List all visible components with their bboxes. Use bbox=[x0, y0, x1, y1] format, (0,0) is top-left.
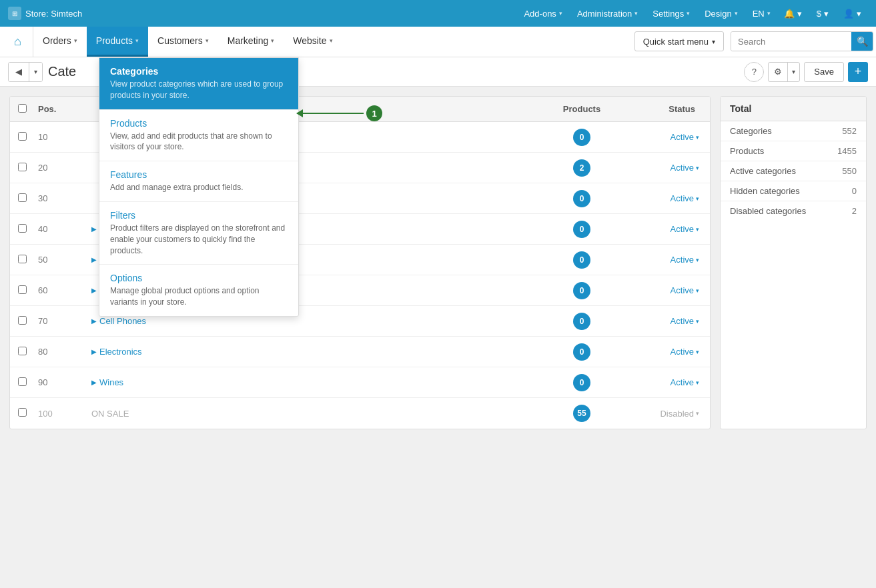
user-caret-icon: ▾ bbox=[857, 9, 861, 19]
sidebar-label: Products bbox=[730, 146, 764, 156]
row-name: ▶ Cell Phones bbox=[91, 316, 542, 326]
add-button[interactable]: + bbox=[848, 62, 868, 82]
row-status: Active ▾ bbox=[622, 193, 702, 203]
row-checkbox[interactable] bbox=[18, 255, 27, 263]
products-badge: 0 bbox=[573, 282, 590, 299]
save-button[interactable]: Save bbox=[804, 62, 844, 82]
row-products: 0 bbox=[542, 313, 622, 330]
home-nav-btn[interactable]: ⌂ bbox=[3, 27, 33, 57]
dollar-icon: $ bbox=[817, 9, 821, 19]
row-name: ON SALE bbox=[91, 409, 542, 419]
row-checkbox[interactable] bbox=[18, 408, 27, 417]
th-pos: Pos. bbox=[38, 104, 91, 114]
dropdown-features[interactable]: Features Add and manage extra product fi… bbox=[99, 161, 298, 201]
search-input[interactable] bbox=[731, 32, 851, 51]
row-pos: 70 bbox=[38, 316, 91, 326]
row-pos: 60 bbox=[38, 285, 91, 295]
nav-customers[interactable]: Customers ▾ bbox=[148, 27, 218, 57]
category-link[interactable]: ▶ Wines bbox=[91, 377, 542, 387]
row-products: 0 bbox=[542, 374, 622, 391]
products-badge: 2 bbox=[573, 159, 590, 177]
row-checkbox[interactable] bbox=[18, 316, 27, 325]
products-caret-icon: ▾ bbox=[135, 37, 139, 44]
select-all-checkbox[interactable] bbox=[18, 104, 27, 113]
row-pos: 40 bbox=[38, 224, 91, 234]
dropdown-categories[interactable]: Categories View product categories which… bbox=[99, 58, 298, 109]
gear-settings-button[interactable]: ⚙ bbox=[769, 63, 788, 81]
top-nav: Add-ons ▾ Administration ▾ Settings ▾ De… bbox=[517, 0, 777, 27]
row-pos: 50 bbox=[38, 255, 91, 265]
sidebar-count: 2 bbox=[852, 206, 857, 216]
row-checkbox[interactable] bbox=[18, 224, 27, 233]
language-caret-icon: ▾ bbox=[767, 10, 771, 17]
top-bar: ⊞ Store: Simtech Add-ons ▾ Administratio… bbox=[0, 0, 876, 27]
main-nav-wrapper: ⌂ Orders ▾ Products ▾ Customers ▾ Market… bbox=[0, 27, 876, 57]
row-status: Active ▾ bbox=[622, 285, 702, 295]
bell-caret-icon: ▾ bbox=[797, 9, 802, 19]
sidebar-label: Hidden categories bbox=[730, 186, 800, 196]
orders-caret-icon: ▾ bbox=[74, 37, 77, 44]
sidebar-count: 550 bbox=[842, 166, 857, 176]
dropdown-options[interactable]: Options Manage global product options an… bbox=[99, 264, 298, 316]
products-badge: 0 bbox=[573, 343, 590, 361]
sidebar-row: Products 1455 bbox=[721, 141, 866, 161]
sidebar-count: 552 bbox=[842, 126, 857, 136]
products-badge: 0 bbox=[573, 129, 590, 146]
category-link[interactable]: ▶ Cell Phones bbox=[91, 316, 542, 326]
row-products: 0 bbox=[542, 251, 622, 269]
top-nav-design[interactable]: Design ▾ bbox=[698, 0, 744, 27]
back-btn-group: ◀ ▾ bbox=[8, 62, 43, 82]
user-btn[interactable]: 👤 ▾ bbox=[837, 0, 868, 27]
dollar-caret-icon: ▾ bbox=[824, 9, 829, 19]
row-checkbox[interactable] bbox=[18, 132, 27, 141]
row-checkbox[interactable] bbox=[18, 285, 27, 294]
nav-website[interactable]: Website ▾ bbox=[284, 27, 342, 57]
row-products: 55 bbox=[542, 405, 622, 422]
row-pos: 20 bbox=[38, 163, 91, 173]
products-badge: 0 bbox=[573, 374, 590, 391]
sidebar-row: Active categories 550 bbox=[721, 161, 866, 181]
products-badge: 0 bbox=[573, 221, 590, 238]
row-name: ▶ Electronics bbox=[91, 347, 542, 357]
quick-start-button[interactable]: Quick start menu ▾ bbox=[634, 31, 724, 51]
row-pos: 80 bbox=[38, 347, 91, 357]
back-dropdown-button[interactable]: ▾ bbox=[29, 63, 42, 81]
row-products: 2 bbox=[542, 159, 622, 177]
row-pos: 100 bbox=[38, 409, 91, 419]
table-row: 100 ON SALE 55 Disabled ▾ bbox=[10, 398, 710, 429]
page-title: Cate bbox=[48, 64, 76, 79]
status-caret-icon: ▾ bbox=[696, 287, 699, 294]
row-checkbox[interactable] bbox=[18, 377, 27, 386]
administration-caret-icon: ▾ bbox=[634, 10, 638, 17]
top-nav-settings[interactable]: Settings ▾ bbox=[646, 0, 697, 27]
row-checkbox[interactable] bbox=[18, 347, 27, 355]
sidebar-label: Active categories bbox=[730, 166, 796, 176]
nav-products[interactable]: Products ▾ bbox=[87, 27, 148, 57]
top-nav-language[interactable]: EN ▾ bbox=[746, 0, 777, 27]
gear-dropdown-button[interactable]: ▾ bbox=[788, 63, 799, 81]
quick-start-caret-icon: ▾ bbox=[712, 38, 715, 45]
row-status: Active ▾ bbox=[622, 132, 702, 142]
notifications-btn[interactable]: 🔔 ▾ bbox=[777, 0, 809, 27]
status-caret-icon: ▾ bbox=[696, 257, 699, 263]
row-name: ▶ Wines bbox=[91, 377, 542, 387]
help-button[interactable]: ? bbox=[744, 62, 764, 82]
row-checkbox[interactable] bbox=[18, 163, 27, 171]
row-pos: 30 bbox=[38, 193, 91, 203]
dropdown-filters[interactable]: Filters Product filters are displayed on… bbox=[99, 201, 298, 264]
row-status: Active ▾ bbox=[622, 347, 702, 357]
dropdown-products[interactable]: Products View, add and edit products tha… bbox=[99, 109, 298, 161]
back-button[interactable]: ◀ bbox=[9, 63, 29, 81]
currency-btn[interactable]: $ ▾ bbox=[810, 0, 835, 27]
status-caret-icon: ▾ bbox=[696, 379, 699, 386]
search-icon: 🔍 bbox=[857, 36, 868, 47]
nav-orders[interactable]: Orders ▾ bbox=[33, 27, 87, 57]
addons-caret-icon: ▾ bbox=[559, 10, 562, 17]
expand-icon: ▶ bbox=[91, 379, 97, 386]
nav-marketing[interactable]: Marketing ▾ bbox=[218, 27, 284, 57]
search-button[interactable]: 🔍 bbox=[851, 32, 873, 51]
top-nav-addons[interactable]: Add-ons ▾ bbox=[517, 0, 568, 27]
category-link[interactable]: ▶ Electronics bbox=[91, 347, 542, 357]
row-checkbox[interactable] bbox=[18, 193, 27, 202]
top-nav-administration[interactable]: Administration ▾ bbox=[570, 0, 644, 27]
